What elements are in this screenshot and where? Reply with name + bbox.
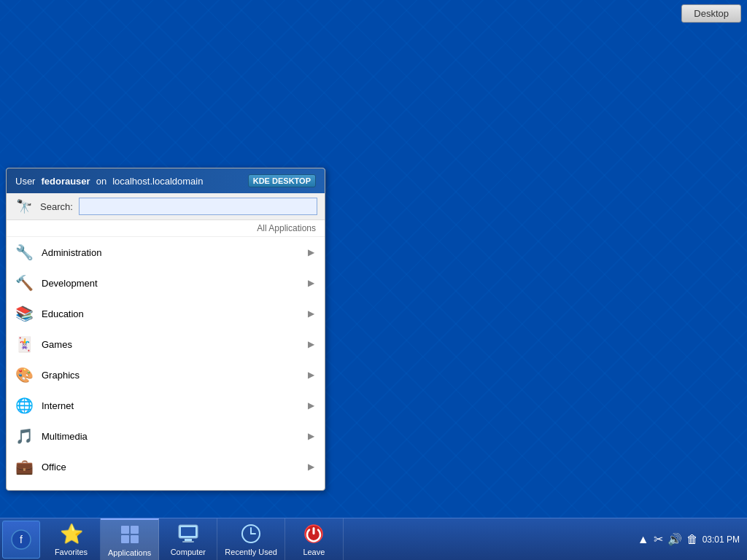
internet-icon: 🌐 — [14, 395, 34, 416]
binoculars-icon: 🔭 — [14, 198, 34, 215]
computer-tab-icon — [177, 522, 200, 545]
svg-rect-3 — [131, 526, 139, 534]
tray-time: 03:01 PM — [703, 534, 740, 545]
menu-item-development[interactable]: 🔨 Development ▶ — [7, 268, 325, 298]
development-arrow: ▶ — [308, 278, 314, 288]
kde-badge: KDE DESKTOP — [248, 174, 316, 187]
menu-content: All Applications 🔧 Administration ▶ 🔨 De… — [7, 220, 325, 490]
menu-item-multimedia[interactable]: 🎵 Multimedia ▶ — [7, 421, 325, 451]
system-tray: ▲ ✂ 🔊 🗑 03:01 PM — [630, 532, 747, 546]
svg-rect-8 — [185, 539, 192, 541]
menu-list: All Applications 🔧 Administration ▶ 🔨 De… — [7, 220, 325, 490]
applications-tab-label: Applications — [108, 548, 151, 557]
svg-rect-5 — [131, 535, 139, 543]
development-label: Development — [42, 278, 301, 289]
multimedia-label: Multimedia — [42, 431, 301, 442]
education-label: Education — [42, 308, 301, 319]
username-text: fedorauser — [41, 176, 90, 187]
start-menu: User fedorauser on localhost.localdomain… — [6, 168, 325, 491]
tab-leave[interactable]: Leave — [285, 518, 344, 560]
office-label: Office — [42, 462, 301, 472]
development-icon: 🔨 — [14, 273, 34, 293]
menu-item-administration[interactable]: 🔧 Administration ▶ — [7, 237, 325, 268]
favorites-tab-label: Favorites — [55, 548, 88, 556]
search-input[interactable] — [79, 198, 317, 215]
administration-icon: 🔧 — [14, 242, 34, 262]
graphics-label: Graphics — [42, 370, 301, 381]
tray-volume-icon[interactable]: 🔊 — [667, 532, 682, 546]
search-label: Search: — [40, 201, 73, 212]
all-apps-label: All Applications — [7, 220, 325, 237]
graphics-arrow: ▶ — [308, 370, 314, 380]
start-button[interactable]: f — [2, 521, 40, 559]
menu-item-education[interactable]: 📚 Education ▶ — [7, 298, 325, 329]
games-arrow: ▶ — [308, 339, 314, 349]
menu-item-internet[interactable]: 🌐 Internet ▶ — [7, 390, 325, 421]
applications-tab-icon — [118, 523, 142, 546]
tray-scissors-icon[interactable]: ✂ — [654, 532, 663, 546]
internet-label: Internet — [42, 400, 301, 411]
svg-text:f: f — [20, 534, 23, 545]
games-icon: 🃏 — [14, 334, 34, 354]
desktop-button[interactable]: Desktop — [681, 4, 741, 23]
svg-rect-7 — [181, 527, 196, 536]
games-label: Games — [42, 339, 301, 350]
search-bar: 🔭 Search: — [7, 193, 325, 220]
office-icon: 💼 — [14, 456, 34, 477]
svg-rect-4 — [121, 535, 129, 543]
internet-arrow: ▶ — [308, 400, 314, 411]
on-text: on — [96, 176, 107, 187]
multimedia-icon: 🎵 — [14, 426, 34, 446]
menu-item-settings[interactable]: ⚙ Settings ▶ — [7, 482, 325, 490]
tray-trash-icon[interactable]: 🗑 — [686, 533, 698, 546]
administration-arrow: ▶ — [308, 247, 314, 257]
tab-computer[interactable]: Computer — [159, 518, 217, 560]
svg-rect-14 — [313, 527, 315, 534]
menu-header: User fedorauser on localhost.localdomain… — [7, 168, 325, 193]
graphics-icon: 🎨 — [14, 365, 34, 385]
hostname-text: localhost.localdomain — [112, 176, 203, 187]
svg-rect-2 — [121, 526, 129, 534]
tab-applications[interactable]: Applications — [101, 518, 159, 560]
tray-arrow-icon[interactable]: ▲ — [638, 533, 649, 546]
menu-header-user: User fedorauser on localhost.localdomain — [15, 176, 203, 187]
user-prefix-text: User — [15, 176, 35, 187]
recently-used-tab-label: Recently Used — [225, 548, 277, 556]
menu-item-graphics[interactable]: 🎨 Graphics ▶ — [7, 359, 325, 390]
education-arrow: ▶ — [308, 308, 314, 319]
menu-item-games[interactable]: 🃏 Games ▶ — [7, 329, 325, 359]
settings-icon: ⚙ — [14, 487, 34, 490]
leave-tab-label: Leave — [303, 548, 325, 556]
tab-recently-used[interactable]: Recently Used — [217, 518, 285, 560]
office-arrow: ▶ — [308, 462, 314, 472]
education-icon: 📚 — [14, 303, 34, 324]
leave-tab-icon — [302, 522, 325, 545]
menu-item-office[interactable]: 💼 Office ▶ — [7, 451, 325, 482]
taskbar-tabs: ⭐ Favorites Applications — [42, 518, 344, 560]
computer-tab-label: Computer — [171, 548, 206, 556]
recently-used-tab-icon — [239, 522, 263, 545]
multimedia-arrow: ▶ — [308, 431, 314, 441]
taskbar: f ⭐ Favorites Applications — [0, 518, 747, 560]
administration-label: Administration — [42, 247, 301, 258]
favorites-tab-icon: ⭐ — [60, 522, 83, 545]
svg-rect-9 — [182, 541, 194, 542]
tab-favorites[interactable]: ⭐ Favorites — [42, 518, 101, 560]
